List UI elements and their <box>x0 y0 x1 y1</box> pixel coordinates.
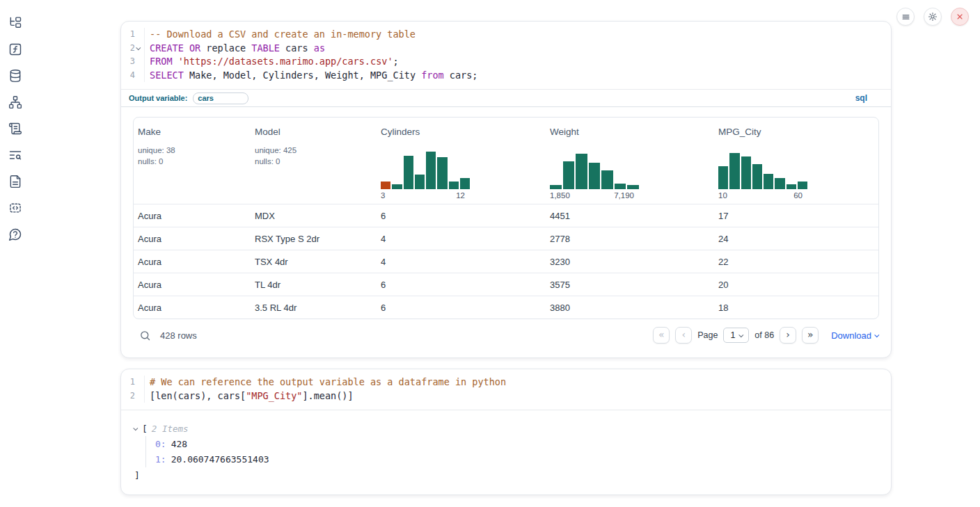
sidebar-item-help[interactable] <box>8 227 23 242</box>
prev-page-button[interactable]: ‹ <box>675 327 692 344</box>
histogram-bar[interactable] <box>576 154 587 189</box>
histogram-bar[interactable] <box>392 184 402 189</box>
table-footer: 428 rows « ‹ Page 1 of 86 › » Download <box>121 319 891 351</box>
row-count: 428 rows <box>160 330 197 341</box>
code-text: FROM 'https://datasets.marimo.app/cars.c… <box>144 55 399 69</box>
histogram-bar[interactable] <box>449 182 459 190</box>
line-number: 2 <box>121 389 135 403</box>
histogram-bar[interactable] <box>589 163 601 190</box>
table-cell: TSX 4dr <box>255 257 381 267</box>
fold-spacer <box>135 389 143 403</box>
sidebar-item-snippets[interactable] <box>8 200 23 216</box>
message-circle-question-icon <box>8 227 22 241</box>
fold-spacer <box>135 28 143 42</box>
table-header: Makeunique: 38nulls: 0Modelunique: 425nu… <box>134 118 878 204</box>
table-row[interactable]: AcuraRSX Type S 2dr4277824 <box>134 227 878 250</box>
code-line[interactable]: 1# We can reference the output variable … <box>121 376 891 389</box>
histogram-bar[interactable] <box>381 182 390 190</box>
table-row[interactable]: AcuraTSX 4dr4323022 <box>134 250 878 273</box>
axis-min-label: 1,850 <box>550 191 570 200</box>
histogram-bar[interactable] <box>550 185 562 189</box>
column-header-mpg_city[interactable]: MPG_City1060 <box>718 127 878 200</box>
histogram-bar[interactable] <box>460 178 470 189</box>
table-row[interactable]: AcuraMDX6445117 <box>134 204 878 227</box>
sidebar-item-documentation[interactable] <box>8 174 23 189</box>
histogram-bar[interactable] <box>437 157 447 189</box>
histogram-bar[interactable] <box>741 156 751 190</box>
tree-entry-value: 428 <box>171 439 187 449</box>
histogram-bar[interactable] <box>426 152 436 189</box>
column-label: MPG_City <box>718 127 878 137</box>
column-label: Model <box>255 127 381 137</box>
axis-max-label: 7,190 <box>614 191 634 200</box>
table-cell: 3880 <box>550 303 718 313</box>
histogram-bar[interactable] <box>729 153 739 189</box>
menu-button[interactable] <box>896 8 915 26</box>
table-row[interactable]: Acura3.5 RL 4dr6388018 <box>134 296 878 319</box>
sidebar-item-scratchpad[interactable] <box>8 121 23 136</box>
histogram-bars <box>550 152 639 189</box>
histogram-bar[interactable] <box>718 166 728 189</box>
settings-button[interactable] <box>924 8 942 26</box>
histogram-bar[interactable] <box>404 156 413 190</box>
download-button[interactable]: Download <box>831 330 879 341</box>
sql-code-editor[interactable]: 1-- Download a CSV and create an in-memo… <box>121 22 891 89</box>
collapse-chevron-icon[interactable] <box>133 426 138 430</box>
code-line[interactable]: 1-- Download a CSV and create an in-memo… <box>121 28 891 42</box>
gear-icon <box>928 12 938 22</box>
column-header-model[interactable]: Modelunique: 425nulls: 0 <box>255 127 381 200</box>
fold-spacer <box>135 69 143 83</box>
histogram-bar[interactable] <box>764 174 773 190</box>
histogram-bar[interactable] <box>798 182 807 190</box>
sidebar-item-logs[interactable] <box>8 147 23 163</box>
search-button[interactable] <box>139 330 151 341</box>
sidebar-panel <box>0 15 31 242</box>
column-header-make[interactable]: Makeunique: 38nulls: 0 <box>138 127 255 200</box>
stat-line: nulls: 0 <box>255 156 381 167</box>
table-cell: 4451 <box>550 211 718 221</box>
page-select[interactable]: 1 <box>723 328 749 343</box>
code-line[interactable]: 3FROM 'https://datasets.marimo.app/cars.… <box>121 55 891 69</box>
histogram-bar[interactable] <box>752 164 762 190</box>
table-cell: 3.5 RL 4dr <box>255 303 381 313</box>
table-cell: 4 <box>381 257 550 267</box>
file-tree-icon <box>8 16 22 30</box>
histogram-bar[interactable] <box>415 175 425 190</box>
code-line[interactable]: 4SELECT Make, Model, Cylinders, Weight, … <box>121 69 891 83</box>
column-header-weight[interactable]: Weight1,8507,190 <box>550 127 718 200</box>
histogram-bar[interactable] <box>563 161 575 190</box>
fold-chevron-icon[interactable] <box>135 42 143 56</box>
code-line[interactable]: 2CREATE OR replace TABLE cars as <box>121 42 891 56</box>
sidebar-item-dependency-graph[interactable] <box>8 95 23 110</box>
hamburger-menu-icon <box>901 13 910 22</box>
tree-entry-value: 20.060747663551403 <box>171 454 269 465</box>
close-button[interactable] <box>951 8 969 26</box>
python-cell: 1# We can reference the output variable … <box>120 369 892 495</box>
code-text: [len(cars), cars["MPG_City"].mean()] <box>144 389 354 403</box>
sidebar-item-file-explorer[interactable] <box>8 15 23 31</box>
histogram-bar[interactable] <box>601 170 613 189</box>
line-number: 4 <box>121 69 135 83</box>
output-variable-input[interactable] <box>193 92 248 104</box>
histogram-mpg_city: 1060 <box>718 152 807 200</box>
histogram-bar[interactable] <box>615 184 626 190</box>
column-header-cylinders[interactable]: Cylinders312 <box>381 127 550 200</box>
data-table: Makeunique: 38nulls: 0Modelunique: 425nu… <box>133 117 879 319</box>
network-icon <box>8 95 22 109</box>
column-stats: unique: 425nulls: 0 <box>255 145 381 167</box>
tree-entry-index: 0: <box>155 439 166 449</box>
python-code-editor[interactable]: 1# We can reference the output variable … <box>121 369 891 410</box>
code-square-dashed-icon <box>8 201 22 215</box>
next-page-button[interactable]: › <box>780 327 796 344</box>
column-stats: unique: 38nulls: 0 <box>138 145 255 167</box>
sidebar-item-variables[interactable] <box>8 42 23 57</box>
histogram-bar[interactable] <box>627 185 639 189</box>
last-page-button[interactable]: » <box>802 327 819 344</box>
histogram-bar[interactable] <box>787 184 796 189</box>
histogram-bar[interactable] <box>775 178 784 189</box>
code-line[interactable]: 2[len(cars), cars["MPG_City"].mean()] <box>121 389 891 403</box>
first-page-button[interactable]: « <box>653 327 670 344</box>
column-label: Cylinders <box>381 127 550 137</box>
sidebar-item-data-sources[interactable] <box>8 68 23 83</box>
table-row[interactable]: AcuraTL 4dr6357520 <box>134 273 878 296</box>
